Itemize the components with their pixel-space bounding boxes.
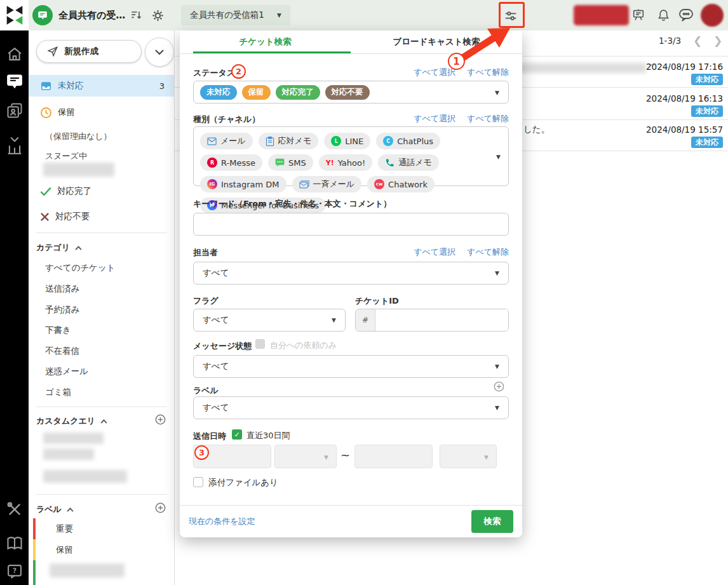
search-button[interactable]: 検索 (471, 510, 513, 533)
chevron-down-icon: ▼ (324, 454, 328, 461)
category-item[interactable]: 下書き (29, 320, 175, 340)
status-chip[interactable]: 保留 (242, 85, 271, 100)
channel-chip[interactable]: Y! Yahoo! (319, 154, 372, 171)
select-all-link[interactable]: すべて選択 (414, 246, 455, 258)
sidebar-item-label: 保留 (58, 107, 75, 118)
clear-all-link[interactable]: すべて解除 (467, 246, 509, 258)
status-filter-box[interactable]: 未対応 保留 対応完了 対応不要 ▼ (193, 81, 509, 104)
svg-text:?: ? (12, 566, 16, 574)
annotation-number-1: 1 (448, 53, 465, 70)
redacted-sidebar-item (43, 163, 114, 177)
instagram-icon: IG (207, 179, 217, 189)
status-chip[interactable]: 未対応 (200, 85, 237, 100)
chevron-up-icon (75, 246, 82, 250)
sidebar-item-mitaiou[interactable]: 未対応 3 (29, 75, 175, 97)
category-item[interactable]: ゴミ箱 (29, 382, 175, 403)
keyword-input[interactable] (193, 213, 509, 236)
save-conditions-link[interactable]: 現在の条件を設定 (189, 516, 255, 527)
sort-icon[interactable] (129, 8, 143, 22)
notification-bell-icon[interactable] (656, 8, 670, 23)
tools-icon[interactable] (4, 499, 24, 519)
sidebar-item-horyu-reason[interactable]: （保留理由なし） (29, 127, 175, 146)
chevron-down-icon: ▼ (277, 12, 281, 18)
category-header[interactable]: カテゴリ (36, 239, 167, 257)
app-logo[interactable] (0, 0, 29, 30)
clear-all-link[interactable]: すべて解除 (467, 113, 509, 124)
add-label-filter-icon[interactable] (494, 381, 504, 392)
add-label-icon[interactable] (155, 502, 166, 513)
message-state-select[interactable]: すべて ▼ (193, 355, 509, 378)
category-item[interactable]: 予約済み (29, 300, 175, 320)
manual-book-icon[interactable] (4, 534, 24, 553)
page-next-icon[interactable]: ❯ (713, 34, 722, 47)
date-range-separator: ~ (340, 448, 350, 462)
label-filter-label: ラベル (193, 385, 219, 396)
ticket-id-input[interactable] (375, 309, 508, 331)
recent-30days-checkbox[interactable]: ✓ (232, 429, 242, 440)
keyword-label: キーワード（From・宛先・件名・本文・コメント） (193, 198, 391, 210)
broadcast-board-icon[interactable] (631, 8, 646, 23)
sidebar-item-kanryo[interactable]: 対応完了 (29, 180, 175, 202)
channel-chip[interactable]: SMS (268, 154, 313, 171)
channel-chip[interactable]: メール (200, 133, 253, 149)
date-to-input (354, 445, 433, 468)
annotation-highlight-box (499, 2, 525, 28)
status-badge: 未対応 (691, 74, 723, 85)
attachment-checkbox[interactable] (193, 477, 203, 487)
channel-chip[interactable]: 一斉メール (292, 176, 362, 192)
category-item[interactable]: 送信済み (29, 279, 175, 299)
assignee-select[interactable]: すべて ▼ (193, 262, 509, 285)
channel-chip[interactable]: L LINE (324, 133, 370, 149)
channel-filter-box[interactable]: メール 応対メモ L LINE C ChatPlus R R-Messe SMS… (193, 126, 509, 186)
page-prev-icon[interactable]: ❮ (693, 34, 702, 47)
chatwork-icon: cw (374, 179, 384, 189)
tab-broadcast-search[interactable]: ブロードキャスト検索 (351, 30, 522, 53)
clear-all-link[interactable]: すべて解除 (467, 67, 509, 78)
sidebar-item-horyu[interactable]: 保留 (29, 102, 175, 123)
search-panel: チケット検索 ブロードキャスト検索 ステータス すべて選択 すべて解除 未対応 … (180, 30, 522, 537)
ticket-id-field[interactable]: # (355, 309, 509, 332)
label-item-hold[interactable]: 保留 (29, 539, 175, 560)
status-chip[interactable]: 対応完了 (276, 85, 320, 100)
contacts-icon[interactable] (4, 100, 24, 120)
sidebar-item-fuyou[interactable]: 対応不要 (29, 206, 175, 227)
category-item[interactable]: 不在着信 (29, 341, 175, 361)
channel-chip[interactable]: 応対メモ (259, 133, 319, 149)
flag-label: フラグ (193, 295, 219, 307)
channel-chip[interactable]: C ChatPlus (376, 133, 440, 149)
mailbox-selector[interactable]: 全員共有の受信箱1 ▼ (181, 5, 290, 25)
annotation-number-3: 3 (194, 445, 209, 460)
category-item[interactable]: すべてのチケット (29, 258, 175, 278)
chevron-down-icon: ▼ (495, 90, 499, 96)
redacted-subject (518, 63, 646, 73)
label-item-redacted[interactable] (29, 560, 175, 581)
select-all-link[interactable]: すべて選択 (414, 67, 455, 78)
tickets-icon-active[interactable] (4, 71, 24, 91)
label-header[interactable]: ラベル (36, 501, 167, 518)
category-item[interactable]: 迷惑メール (29, 361, 175, 382)
flag-select[interactable]: すべて ▼ (193, 309, 346, 332)
chevron-down-icon: ▼ (495, 405, 499, 411)
tab-ticket-search[interactable]: チケット検索 (180, 30, 351, 53)
chat-support-icon[interactable] (678, 8, 694, 23)
channel-chip[interactable]: IG Instagram DM (200, 176, 286, 192)
status-chip[interactable]: 対応不要 (325, 85, 370, 100)
gear-icon[interactable] (151, 8, 165, 22)
compose-more-button[interactable] (145, 37, 174, 67)
channel-chip[interactable]: R R-Messe (200, 154, 262, 171)
channel-chip[interactable]: cw Chatwork (367, 176, 435, 192)
stats-icon[interactable] (4, 135, 24, 154)
compose-button[interactable]: 新規作成 (36, 40, 142, 63)
user-avatar[interactable] (701, 4, 724, 27)
app-rail: ? (0, 30, 29, 585)
label-filter-select[interactable]: すべて ▼ (193, 396, 509, 419)
add-custom-query-icon[interactable] (155, 414, 166, 425)
help-icon[interactable]: ? (4, 561, 24, 581)
label-item-important[interactable]: 重要 (29, 518, 175, 539)
select-all-link[interactable]: すべて選択 (414, 113, 455, 124)
custom-query-header[interactable]: カスタムクエリ (36, 412, 167, 430)
channel-chip[interactable]: 通話メモ (378, 154, 439, 171)
label-color-bar (33, 539, 36, 560)
time-from-select: ▼ (274, 445, 337, 468)
home-icon[interactable] (4, 44, 24, 64)
